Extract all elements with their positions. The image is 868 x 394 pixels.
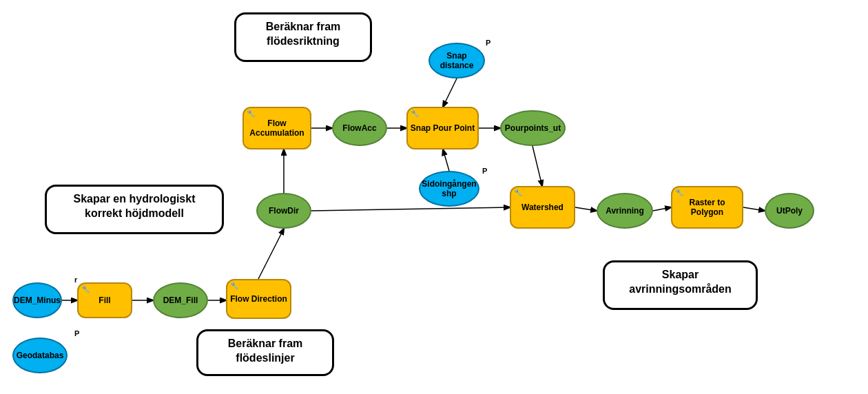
node-snap-pour-point: 🔧 Snap Pour Point — [406, 107, 479, 149]
svg-line-11 — [311, 207, 510, 211]
node-snap-distance: Snap distance — [428, 43, 485, 79]
callout-beraknar-flodes: Beräknar fram flödesriktning — [234, 12, 372, 62]
svg-line-7 — [443, 79, 457, 107]
svg-line-9 — [443, 149, 449, 171]
pin-p-snap-distance: P — [486, 39, 490, 47]
node-utpoly: UtPoly — [765, 193, 814, 229]
node-flowdir: FlowDir — [256, 193, 311, 229]
wrench-raster-to-polygon: 🔧 — [675, 189, 683, 196]
node-pourpoints-ut: Pourpoints_ut — [500, 110, 566, 146]
callout-beraknar-linjer: Beräknar fram flödeslinjer — [196, 329, 334, 376]
svg-line-14 — [743, 207, 765, 211]
node-flowacc: FlowAcc — [332, 110, 387, 146]
wrench-snap-pour-point: 🔧 — [411, 110, 419, 117]
pin-p-sidoingangen: P — [482, 167, 487, 175]
diagram: Beräknar fram flödesriktning Skapar en h… — [0, 0, 868, 394]
callout-skapar-hydro: Skapar en hydrologiskt korrekt höjdmodel… — [45, 185, 224, 234]
wrench-flow-direction: 🔧 — [230, 282, 238, 289]
node-flow-accumulation: 🔧 Flow Accumulation — [242, 107, 311, 149]
node-sidoingangen: Sidoingången shp — [419, 171, 479, 207]
callout-skapar-avrin: Skapar avrinningsområden — [603, 260, 758, 310]
wrench-fill: 🔧 — [81, 285, 90, 293]
wrench-watershed: 🔧 — [514, 189, 522, 196]
pin-r-fill: r — [74, 276, 77, 284]
pin-p-geodatabas: P — [74, 329, 79, 338]
wrench-flow-accumulation: 🔧 — [247, 110, 255, 117]
node-raster-to-polygon: 🔧 Raster to Polygon — [671, 186, 743, 229]
svg-line-3 — [258, 229, 284, 279]
node-avrinning: Avrinning — [597, 193, 653, 229]
svg-line-12 — [575, 207, 597, 211]
node-geodatabas: Geodatabas — [12, 338, 68, 373]
node-fill: 🔧 Fill — [77, 282, 132, 318]
node-flow-direction: 🔧 Flow Direction — [226, 279, 291, 319]
node-dem-minus: DEM_Minus — [12, 282, 62, 318]
node-watershed: 🔧 Watershed — [510, 186, 575, 229]
svg-line-10 — [533, 146, 542, 186]
svg-line-13 — [653, 207, 671, 211]
node-dem-fill: DEM_Fill — [153, 282, 208, 318]
